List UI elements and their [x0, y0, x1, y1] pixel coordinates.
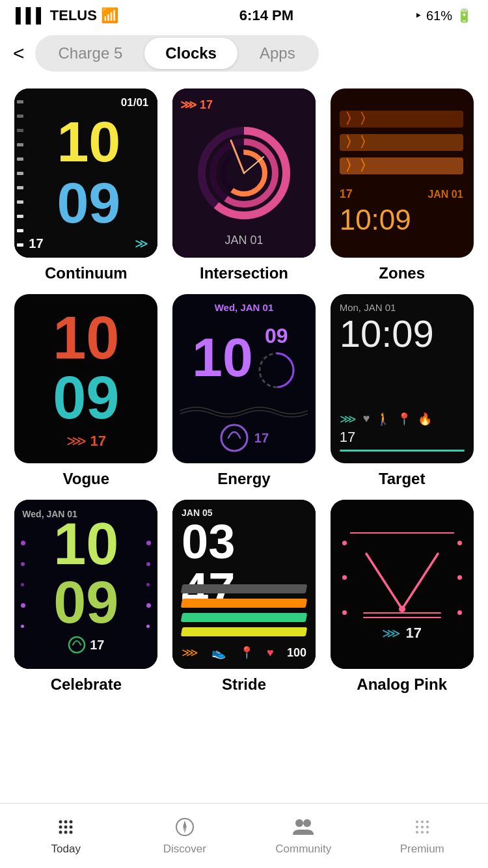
target-steps: 17: [340, 429, 465, 446]
energy-steps: 17: [254, 431, 269, 446]
clock-item-stride[interactable]: JAN 05 03 47 ⋙ 👟 📍 ♥ 100: [171, 500, 318, 694]
status-bar: ▌▌▌ TELUS 📶 6:14 PM ‣ 61% 🔋: [0, 0, 488, 29]
clock-item-continuum[interactable]: 01/01 10 09 17 ≫ Continuum: [13, 88, 159, 282]
svg-point-23: [70, 830, 73, 834]
tab-charge5[interactable]: Charge 5: [38, 38, 144, 69]
stride-heart-icon: ♥: [267, 646, 274, 660]
svg-point-30: [416, 821, 418, 823]
analog-chevrons-icon: ⋙: [382, 625, 400, 641]
svg-point-22: [64, 830, 68, 834]
community-icon: [291, 817, 315, 840]
nav-community-label: Community: [275, 843, 331, 856]
premium-icon: [412, 817, 433, 840]
vogue-min: 09: [53, 368, 119, 427]
nav-premium[interactable]: Premium: [363, 811, 482, 861]
svg-point-14: [399, 606, 405, 612]
carrier-signal: ▌▌▌ TELUS 📶: [16, 7, 118, 24]
energy-ring-icon: [257, 351, 296, 390]
time-display: 6:14 PM: [239, 7, 293, 24]
nav-premium-label: Premium: [400, 843, 444, 856]
svg-point-29: [303, 819, 311, 827]
clock-label-celebrate: Celebrate: [51, 675, 122, 694]
clock-item-target[interactable]: Mon, JAN 01 10:09 ⋙ ♥ 🚶 📍 🔥 17 Target: [329, 294, 475, 488]
vogue-steps: 17: [90, 433, 106, 450]
svg-point-31: [421, 821, 424, 823]
analog-dots-left: [342, 526, 347, 630]
svg-point-36: [416, 831, 418, 834]
svg-point-16: [64, 820, 68, 823]
svg-point-37: [421, 831, 424, 834]
clock-face-target: Mon, JAN 01 10:09 ⋙ ♥ 🚶 📍 🔥 17: [331, 294, 474, 463]
tab-clocks[interactable]: Clocks: [144, 38, 237, 69]
svg-point-27: [183, 826, 186, 828]
celebrate-dots-right: [146, 532, 151, 636]
intersection-chevrons-icon: ⋙: [180, 98, 197, 112]
clock-face-analog: ⋙ 17: [331, 500, 474, 669]
celebrate-steps: 17: [90, 638, 104, 653]
vogue-hour: 10: [53, 308, 119, 368]
clock-grid: 01/01 10 09 17 ≫ Continuum ⋙ 17: [0, 81, 488, 701]
wifi-icon: 📶: [101, 7, 118, 24]
zones-date: JAN 01: [427, 189, 463, 200]
nav-discover[interactable]: Discover: [126, 811, 245, 861]
svg-point-28: [295, 819, 303, 827]
clock-label-vogue: Vogue: [63, 470, 110, 488]
target-chevron-icon: ⋙: [340, 412, 357, 426]
target-time: 10:09: [340, 313, 465, 409]
analog-hlines: [363, 612, 441, 618]
clock-item-celebrate[interactable]: Wed, JAN 01 10 09: [13, 500, 159, 694]
clock-label-continuum: Continuum: [45, 264, 128, 282]
svg-point-11: [69, 637, 85, 653]
continuum-bars: [17, 95, 23, 251]
target-date: Mon, JAN 01: [340, 302, 465, 313]
stride-shoe-icon: 👟: [211, 645, 226, 660]
stride-pin-icon: 📍: [239, 645, 254, 660]
continuum-date: 01/01: [29, 96, 148, 109]
svg-point-20: [70, 825, 73, 828]
stride-bottom: ⋙ 👟 📍 ♥ 100: [182, 645, 306, 660]
target-flame-icon: 🔥: [418, 412, 432, 426]
battery-icon: 🔋: [456, 8, 472, 23]
nav-today[interactable]: Today: [7, 811, 126, 861]
svg-point-15: [59, 820, 62, 823]
energy-hour: 10: [192, 330, 252, 385]
clock-face-intersection: ⋙ 17 JAN 01: [172, 88, 316, 258]
grid-icon: [55, 817, 76, 840]
clock-item-energy[interactable]: Wed, JAN 01 10 09: [171, 294, 318, 488]
battery-percent: 61%: [426, 8, 452, 23]
clock-item-analog[interactable]: ⋙ 17 Analog Pink: [329, 500, 475, 694]
analog-top-line: [350, 532, 454, 534]
energy-min: 09: [265, 324, 288, 348]
signal-icon: ▌▌▌: [16, 7, 46, 24]
clock-label-intersection: Intersection: [200, 264, 288, 282]
tab-apps[interactable]: Apps: [239, 38, 316, 69]
battery-area: ‣ 61% 🔋: [414, 8, 472, 23]
clock-item-intersection[interactable]: ⋙ 17 JAN 01 Intersection: [171, 88, 318, 282]
stride-hour: 03: [182, 518, 306, 566]
location-icon: ‣: [414, 8, 422, 23]
clock-face-celebrate: Wed, JAN 01 10 09: [14, 500, 157, 669]
svg-line-12: [366, 554, 402, 609]
carrier-name: TELUS: [50, 7, 97, 24]
clock-face-stride: JAN 05 03 47 ⋙ 👟 📍 ♥ 100: [172, 500, 316, 669]
clock-item-zones[interactable]: 〉〉 〉〉 〉〉 17 JA: [329, 88, 475, 282]
clock-face-vogue: 10 09 ⋙ 17: [14, 294, 157, 463]
nav-tabs: Charge 5 Clocks Apps: [35, 35, 319, 72]
continuum-hour: 10: [29, 113, 148, 170]
celebrate-hour: 10: [53, 515, 118, 573]
zones-chevron-bars: 〉〉 〉〉 〉〉: [340, 111, 463, 174]
bottom-nav: Today Discover Community: [0, 803, 488, 868]
svg-line-13: [402, 554, 438, 609]
nav-discover-label: Discover: [163, 843, 206, 856]
back-button[interactable]: <: [13, 42, 25, 64]
energy-waves: [180, 401, 308, 420]
svg-point-38: [426, 831, 429, 834]
clock-face-energy: Wed, JAN 01 10 09: [172, 294, 316, 463]
continuum-chevron-icon: ≫: [135, 236, 148, 251]
zones-time: 10:09: [340, 204, 463, 236]
nav-community[interactable]: Community: [244, 811, 363, 861]
zones-num: 17: [340, 187, 353, 201]
analog-steps: 17: [405, 625, 421, 642]
clock-item-vogue[interactable]: 10 09 ⋙ 17 Vogue: [13, 294, 159, 488]
svg-point-33: [416, 826, 418, 828]
